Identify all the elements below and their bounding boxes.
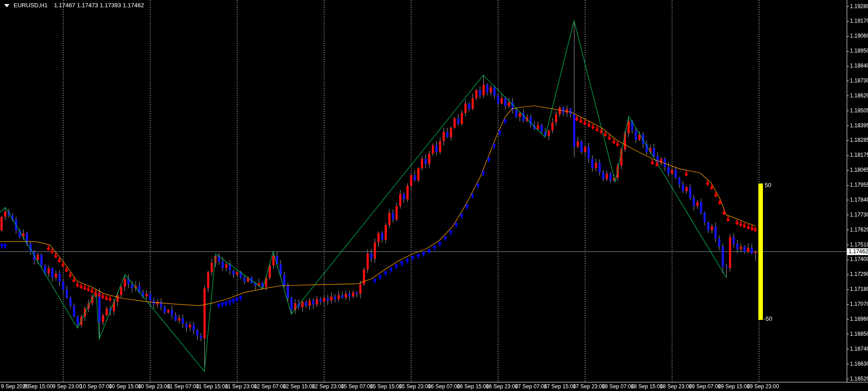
symbol-title: EURUSD,H1 bbox=[14, 2, 48, 9]
price-tick-label: 1.19170 bbox=[850, 18, 868, 24]
price-tick-label: 1.17955 bbox=[850, 182, 868, 188]
symbol-dropdown-icon[interactable] bbox=[4, 4, 10, 7]
time-tick-label: 18 Sep 15:00 bbox=[631, 384, 663, 390]
price-tick-label: 1.16740 bbox=[850, 346, 868, 352]
pip-ruler-bottom-label: -50 bbox=[764, 315, 772, 322]
price-tick-label: 1.17840 bbox=[850, 197, 868, 203]
price-tick-label: 1.18175 bbox=[850, 152, 868, 158]
time-tick-label: 9 Sep 15:00 bbox=[24, 384, 53, 390]
price-tick-label: 1.16520 bbox=[850, 376, 868, 382]
price-tick-label: 1.17730 bbox=[850, 212, 868, 218]
price-tick-label: 1.17290 bbox=[850, 271, 868, 277]
price-tick-label: 1.17400 bbox=[850, 256, 868, 262]
price-tick-label: 1.16630 bbox=[850, 361, 868, 367]
time-tick-label: 18 Sep 23:00 bbox=[660, 384, 692, 390]
time-tick-label: 17 Sep 07:00 bbox=[515, 384, 547, 390]
time-tick-label: 9 Sep 23:00 bbox=[53, 384, 82, 390]
time-tick-label: 18 Sep 07:00 bbox=[602, 384, 634, 390]
price-chart-canvas[interactable] bbox=[0, 0, 868, 391]
time-tick-label: 19 Sep 07:00 bbox=[689, 384, 721, 390]
header-ohlc-values: 1.17467 1.17473 1.17393 1.17462 bbox=[54, 2, 144, 9]
time-tick-label: 19 Sep 23:00 bbox=[747, 384, 779, 390]
chart-header: EURUSD,H11.17467 1.17473 1.17393 1.17462 bbox=[14, 2, 144, 9]
price-tick-label: 1.18730 bbox=[850, 78, 868, 84]
time-tick-label: 10 Sep 07:00 bbox=[80, 384, 112, 390]
time-tick-label: 16 Sep 07:00 bbox=[428, 384, 460, 390]
price-tick-label: 1.19060 bbox=[850, 33, 868, 39]
time-tick-label: 15 Sep 15:00 bbox=[370, 384, 402, 390]
time-tick-label: 10 Sep 15:00 bbox=[109, 384, 141, 390]
price-tick-label: 1.16850 bbox=[850, 331, 868, 337]
time-tick-label: 12 Sep 23:00 bbox=[312, 384, 344, 390]
price-tick-label: 1.17180 bbox=[850, 286, 868, 292]
current-price-badge: 1.17462 bbox=[847, 248, 868, 255]
price-tick-label: 1.18840 bbox=[850, 63, 868, 69]
time-tick-label: 11 Sep 15:00 bbox=[196, 384, 228, 390]
price-tick-label: 1.16960 bbox=[850, 316, 868, 322]
time-tick-label: 16 Sep 23:00 bbox=[486, 384, 518, 390]
price-tick-label: 1.17070 bbox=[850, 301, 868, 307]
time-tick-label: 19 Sep 15:00 bbox=[718, 384, 750, 390]
time-tick-label: 17 Sep 15:00 bbox=[544, 384, 576, 390]
time-tick-label: 10 Sep 23:00 bbox=[138, 384, 170, 390]
price-tick-label: 1.18505 bbox=[850, 108, 868, 114]
price-tick-label: 1.18950 bbox=[850, 48, 868, 54]
time-tick-label: 16 Sep 15:00 bbox=[457, 384, 489, 390]
price-tick-label: 1.17620 bbox=[850, 227, 868, 233]
time-tick-label: 15 Sep 23:00 bbox=[399, 384, 431, 390]
price-tick-label: 1.18395 bbox=[850, 123, 868, 129]
price-tick-label: 1.18065 bbox=[850, 167, 868, 173]
price-tick-label: 1.17510 bbox=[850, 242, 868, 248]
pip-ruler[interactable] bbox=[758, 183, 763, 319]
time-tick-label: 11 Sep 23:00 bbox=[225, 384, 257, 390]
pip-ruler-top-label: 50 bbox=[765, 182, 771, 188]
price-tick-label: 1.18285 bbox=[850, 137, 868, 143]
time-tick-label: 17 Sep 23:00 bbox=[573, 384, 605, 390]
time-tick-label: 15 Sep 07:00 bbox=[341, 384, 373, 390]
time-tick-label: 11 Sep 07:00 bbox=[167, 384, 199, 390]
time-tick-label: 12 Sep 15:00 bbox=[283, 384, 315, 390]
mt4-chart-window: EURUSD,H11.17467 1.17473 1.17393 1.17462… bbox=[0, 0, 868, 391]
price-tick-label: 1.18620 bbox=[850, 93, 868, 99]
time-tick-label: 12 Sep 07:00 bbox=[254, 384, 286, 390]
price-tick-label: 1.19280 bbox=[850, 4, 868, 10]
